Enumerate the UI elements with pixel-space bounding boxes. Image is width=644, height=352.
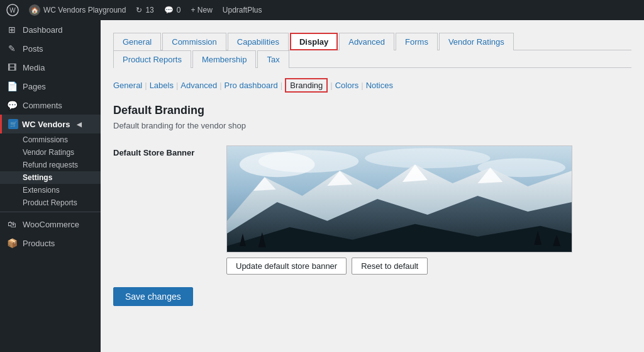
subnav-notices[interactable]: Notices: [366, 81, 393, 90]
subnav-sep-3: |: [219, 81, 221, 90]
main-content: General Commission Capabilities Display …: [101, 20, 644, 352]
sidebar-item-wc-vendors[interactable]: 🛒 WC Vendors ◀: [0, 115, 101, 133]
tab-general[interactable]: General: [113, 33, 161, 50]
tab-forms[interactable]: Forms: [396, 33, 438, 50]
tab-vendor-ratings[interactable]: Vendor Ratings: [439, 33, 514, 50]
new-button[interactable]: + New: [191, 6, 212, 14]
site-icon: 🏠: [29, 4, 40, 16]
updates-icon: ↻: [136, 6, 142, 14]
subnav-pro-dashboard[interactable]: Pro dashboard: [225, 81, 278, 90]
products-icon: 📦: [6, 238, 18, 248]
tabs-row-1: General Commission Capabilities Display …: [113, 33, 631, 50]
sidebar-item-products[interactable]: 📦 Products: [0, 234, 101, 253]
subnav-colors[interactable]: Colors: [335, 81, 359, 90]
sidebar-sub-extensions[interactable]: Extensions: [0, 184, 101, 196]
sidebar-sub-commissions[interactable]: Commissions: [0, 133, 101, 146]
tab-product-reports[interactable]: Product Reports: [113, 50, 191, 68]
tab-display[interactable]: Display: [290, 33, 338, 50]
update-banner-button[interactable]: Update default store banner: [226, 258, 347, 275]
svg-point-5: [365, 148, 490, 168]
section-title: Default Branding: [113, 104, 631, 117]
media-icon: 🎞: [6, 62, 18, 72]
tab-advanced[interactable]: Advanced: [339, 33, 394, 50]
tab-membership[interactable]: Membership: [192, 50, 257, 68]
banner-field-row: Default Store Banner: [113, 145, 631, 275]
comments-button[interactable]: 💬 0: [164, 6, 181, 14]
sidebar-item-woocommerce[interactable]: 🛍 WooCommerce: [0, 215, 101, 234]
updraftplus-button[interactable]: UpdraftPlus: [223, 6, 262, 14]
tab-tax[interactable]: Tax: [257, 50, 289, 68]
subnav-sep-6: |: [361, 81, 363, 90]
woocommerce-icon: 🛍: [6, 219, 18, 229]
banner-label: Default Store Banner: [113, 145, 214, 157]
store-banner-image: [226, 145, 572, 253]
wp-logo-button[interactable]: W: [6, 4, 19, 16]
content-area: Default Branding Default branding for th…: [113, 104, 631, 306]
save-area: Save changes: [113, 287, 631, 306]
comments-icon: 💬: [6, 100, 18, 110]
posts-icon: ✎: [6, 43, 18, 54]
sidebar-sub-settings[interactable]: Settings: [0, 171, 101, 184]
admin-bar: W 🏠 WC Vendors Playground ↻ 13 💬 0 + New…: [0, 0, 644, 20]
sidebar-item-media[interactable]: 🎞 Media: [0, 58, 101, 77]
sidebar-item-posts[interactable]: ✎ Posts: [0, 39, 101, 58]
tab-capabilities[interactable]: Capabilities: [228, 33, 289, 50]
banner-content: Update default store banner Reset to def…: [226, 145, 631, 275]
updates-button[interactable]: ↻ 13: [136, 6, 153, 14]
sidebar-sub-product-reports[interactable]: Product Reports: [0, 196, 101, 209]
sidebar-item-comments[interactable]: 💬 Comments: [0, 96, 101, 115]
subnav-sep-1: |: [145, 81, 147, 90]
save-changes-button[interactable]: Save changes: [113, 287, 193, 306]
subnav-sep-4: |: [280, 81, 282, 90]
pages-icon: 📄: [6, 81, 18, 91]
sidebar-item-pages[interactable]: 📄 Pages: [0, 77, 101, 96]
section-desc: Default branding for the vendor shop: [113, 121, 631, 130]
dashboard-icon: ⊞: [6, 25, 18, 35]
tabs-row-2: Product Reports Membership Tax: [113, 50, 631, 68]
subnav-branding[interactable]: Branding: [285, 78, 328, 93]
sidebar-item-dashboard[interactable]: ⊞ Dashboard: [0, 20, 101, 39]
subnav-sep-2: |: [176, 81, 178, 90]
subnav-sep-5: |: [330, 81, 332, 90]
reset-button[interactable]: Reset to default: [352, 258, 428, 275]
tab-commission[interactable]: Commission: [162, 33, 226, 50]
subnav-labels[interactable]: Labels: [150, 81, 174, 90]
sidebar-sub-refund-requests[interactable]: Refund requests: [0, 159, 101, 171]
banner-actions: Update default store banner Reset to def…: [226, 258, 631, 275]
svg-text:W: W: [9, 7, 16, 14]
subnav: General | Labels | Advanced | Pro dashbo…: [113, 78, 631, 93]
sidebar: ⊞ Dashboard ✎ Posts 🎞 Media 📄 Pages 💬 Co…: [0, 20, 101, 352]
subnav-advanced[interactable]: Advanced: [180, 81, 217, 90]
subnav-general[interactable]: General: [113, 81, 142, 90]
caret-icon: ◀: [77, 121, 82, 128]
wc-vendors-icon: 🛒: [8, 119, 18, 129]
site-name[interactable]: 🏠 WC Vendors Playground: [29, 4, 126, 16]
svg-point-4: [258, 150, 358, 173]
sidebar-sub-vendor-ratings[interactable]: Vendor Ratings: [0, 146, 101, 159]
comments-icon: 💬: [164, 6, 174, 14]
